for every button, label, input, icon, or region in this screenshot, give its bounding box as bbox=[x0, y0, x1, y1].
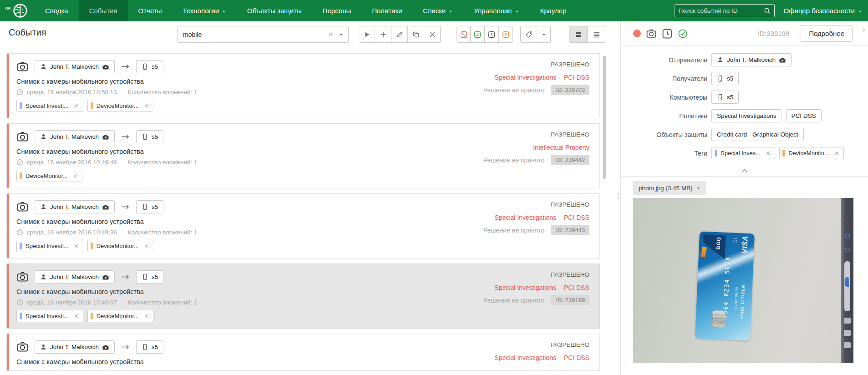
filter-input[interactable] bbox=[183, 31, 328, 38]
remove-tag-icon[interactable] bbox=[144, 314, 149, 319]
tag-label: DeviceMonitor... bbox=[25, 172, 68, 179]
event-id-label: ID:239199 bbox=[758, 30, 789, 37]
user-menu[interactable]: Офицер безопасности bbox=[781, 0, 868, 21]
nav-item-7[interactable]: Списки bbox=[412, 0, 463, 21]
status-allowed-button[interactable] bbox=[471, 26, 485, 43]
clear-filter-icon[interactable] bbox=[328, 31, 334, 37]
allowed-check-circle-icon bbox=[678, 29, 688, 39]
remove-tag-icon[interactable] bbox=[73, 173, 78, 178]
app-logo[interactable]: TM bbox=[0, 0, 35, 21]
remove-tag-icon[interactable] bbox=[74, 103, 79, 108]
nav-item-0[interactable]: Сводка bbox=[35, 0, 79, 21]
policy-link[interactable]: PCI DSS bbox=[564, 74, 589, 81]
nav-item-8[interactable]: Управление bbox=[463, 0, 529, 21]
sender-button[interactable]: John T. Malkovich bbox=[35, 200, 115, 213]
add-button[interactable] bbox=[375, 26, 391, 43]
list-view-icon bbox=[593, 31, 600, 38]
sender-name: John T. Malkovich bbox=[50, 203, 99, 210]
recipient-button[interactable]: s5 bbox=[136, 270, 163, 284]
nav-item-6[interactable]: Политики bbox=[361, 0, 412, 21]
value-pill[interactable]: Credit card - Graphical Object bbox=[711, 128, 804, 141]
collapse-panel-control[interactable] bbox=[621, 164, 868, 176]
policy-link[interactable]: Special Investigations bbox=[495, 284, 556, 291]
nav-item-1[interactable]: События bbox=[79, 0, 128, 21]
phone-icon bbox=[717, 75, 724, 82]
cards-view-button[interactable] bbox=[569, 26, 588, 43]
policy-link[interactable]: PCI DSS bbox=[564, 354, 589, 361]
tag-chip[interactable]: DeviceMonitor... bbox=[87, 100, 153, 112]
policy-link[interactable]: Special Investigations bbox=[495, 214, 556, 221]
detail-field-row: Объекты защитыCredit card - Graphical Ob… bbox=[621, 127, 853, 142]
tag-chip[interactable]: Special Investi... bbox=[16, 310, 83, 322]
nav-item-5[interactable]: Персоны bbox=[312, 0, 362, 21]
policy-link[interactable]: Special Investigations bbox=[495, 74, 556, 81]
policy-link[interactable]: PCI DSS bbox=[564, 284, 589, 291]
status-unknown-button[interactable]: ? bbox=[499, 26, 513, 43]
tag-chip[interactable]: Special Inves... bbox=[711, 147, 775, 159]
value-pill[interactable]: PCI DSS bbox=[786, 109, 822, 122]
status-pending-button[interactable] bbox=[485, 26, 499, 43]
attachments-count: Количество вложений: 1 bbox=[128, 299, 198, 306]
remove-tag-icon[interactable] bbox=[144, 243, 149, 248]
recipient-button[interactable]: s5 bbox=[136, 60, 163, 73]
event-card[interactable]: John T. Malkovich s5 Снимок с камеры моб… bbox=[6, 123, 600, 188]
tag-chip[interactable]: DeviceMonito... bbox=[779, 147, 844, 159]
recipient-button[interactable]: s5 bbox=[136, 200, 163, 213]
sender-button[interactable]: John T. Malkovich bbox=[35, 60, 115, 73]
scrollbar-thumb[interactable] bbox=[603, 56, 606, 179]
tag-chip[interactable]: DeviceMonitor... bbox=[87, 310, 153, 322]
sender-button[interactable]: John T. Malkovich bbox=[711, 53, 792, 66]
details-button[interactable]: Подробнее bbox=[801, 25, 853, 42]
chevron-right-icon[interactable] bbox=[861, 27, 867, 33]
policy-link[interactable]: Special Investigations bbox=[495, 354, 556, 361]
violated-policies: Special InvestigationsPCI DSS bbox=[483, 284, 589, 291]
event-detail-pane: ID:239199 Подробнее ОтправителиJohn T. M… bbox=[621, 21, 868, 375]
remove-tag-icon[interactable] bbox=[74, 243, 79, 248]
attachments-count: Количество вложений: 1 bbox=[128, 229, 198, 236]
attachment-dropdown-button[interactable]: photo.jpg (3.45 MB) bbox=[633, 181, 706, 195]
nav-item-3[interactable]: Технологии bbox=[172, 0, 237, 21]
filter-caret-icon[interactable] bbox=[339, 32, 344, 37]
search-icon[interactable] bbox=[764, 7, 771, 14]
status-blocked-button[interactable] bbox=[457, 26, 471, 43]
remove-tag-icon[interactable] bbox=[766, 151, 771, 156]
delete-button[interactable] bbox=[424, 26, 441, 43]
sender-button[interactable]: John T. Malkovich bbox=[35, 270, 115, 284]
assign-tag-button[interactable] bbox=[520, 26, 537, 43]
recipient-name: s5 bbox=[152, 63, 158, 70]
event-id-search-input[interactable] bbox=[679, 7, 764, 14]
sender-button[interactable]: John T. Malkovich bbox=[35, 130, 115, 143]
value-pill[interactable]: Special Investigations bbox=[711, 109, 782, 122]
policy-link[interactable]: Intellectual Property bbox=[533, 144, 589, 151]
list-scrollbar[interactable] bbox=[603, 53, 606, 371]
tag-dropdown-button[interactable] bbox=[537, 26, 551, 43]
severity-stripe bbox=[7, 194, 9, 258]
attachment-preview-image[interactable]: BOQ VISA ))) 4564 8234 5678 00/00 00/00 … bbox=[633, 198, 853, 363]
tag-chip[interactable]: Special Investi... bbox=[16, 240, 83, 252]
recipient-button[interactable]: s5 bbox=[136, 130, 163, 143]
event-card[interactable]: John T. Malkovich s5 Снимок с камеры моб… bbox=[6, 334, 600, 371]
event-card[interactable]: John T. Malkovich s5 Снимок с камеры моб… bbox=[6, 193, 600, 258]
nav-item-4[interactable]: Объекты защиты bbox=[237, 0, 312, 21]
nav-item-9[interactable]: Краулер bbox=[530, 0, 577, 21]
remove-tag-icon[interactable] bbox=[74, 314, 79, 319]
event-card[interactable]: John T. Malkovich s5 Снимок с камеры моб… bbox=[6, 264, 600, 329]
event-card[interactable]: John T. Malkovich s5 Снимок с камеры моб… bbox=[6, 53, 600, 118]
sender-button[interactable]: John T. Malkovich bbox=[35, 340, 115, 354]
nav-item-2[interactable]: Отчеты bbox=[128, 0, 173, 21]
policy-link[interactable]: PCI DSS bbox=[564, 214, 589, 221]
tag-chip[interactable]: Special Investi... bbox=[16, 100, 83, 112]
recipient-button[interactable]: s5 bbox=[136, 340, 163, 354]
edit-button[interactable] bbox=[391, 26, 408, 43]
tag-chip[interactable]: DeviceMonitor... bbox=[87, 240, 153, 252]
remove-tag-icon[interactable] bbox=[834, 151, 839, 156]
device-button[interactable]: s5 bbox=[711, 72, 739, 85]
device-button[interactable]: s5 bbox=[711, 91, 739, 104]
tag-label: DeviceMonitor... bbox=[96, 313, 139, 319]
tag-chip[interactable]: DeviceMonitor... bbox=[16, 170, 82, 182]
view-toggle bbox=[569, 26, 606, 43]
remove-tag-icon[interactable] bbox=[144, 103, 149, 108]
run-button[interactable] bbox=[359, 26, 375, 43]
copy-button[interactable] bbox=[408, 26, 424, 43]
list-view-button[interactable] bbox=[588, 26, 606, 43]
